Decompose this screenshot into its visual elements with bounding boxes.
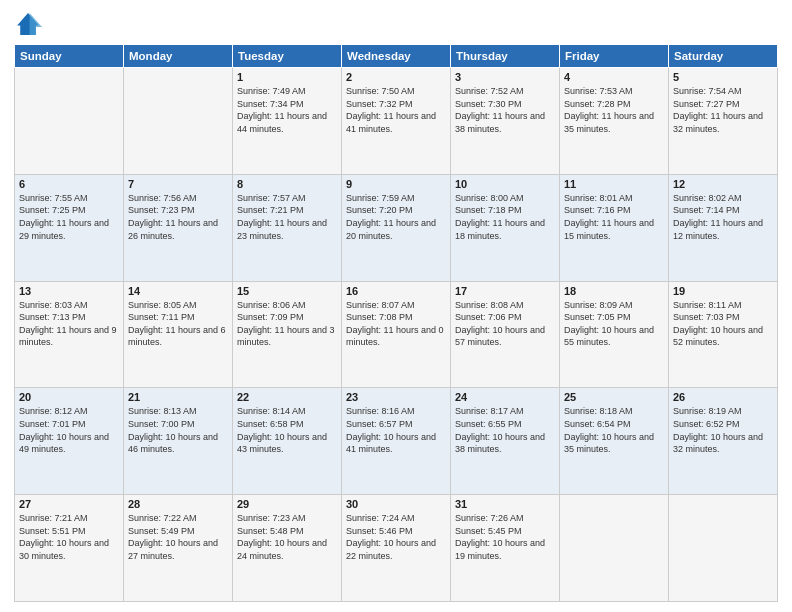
day-info: Sunrise: 7:23 AM Sunset: 5:48 PM Dayligh… (237, 512, 337, 562)
calendar-cell: 20Sunrise: 8:12 AM Sunset: 7:01 PM Dayli… (15, 388, 124, 495)
day-number: 24 (455, 391, 555, 403)
logo-icon (14, 10, 42, 38)
day-info: Sunrise: 8:08 AM Sunset: 7:06 PM Dayligh… (455, 299, 555, 349)
weekday-header-row: SundayMondayTuesdayWednesdayThursdayFrid… (15, 45, 778, 68)
day-info: Sunrise: 8:00 AM Sunset: 7:18 PM Dayligh… (455, 192, 555, 242)
day-number: 16 (346, 285, 446, 297)
day-number: 13 (19, 285, 119, 297)
svg-marker-1 (30, 13, 42, 35)
day-number: 21 (128, 391, 228, 403)
calendar-cell: 15Sunrise: 8:06 AM Sunset: 7:09 PM Dayli… (233, 281, 342, 388)
day-number: 5 (673, 71, 773, 83)
calendar-cell (669, 495, 778, 602)
day-info: Sunrise: 8:16 AM Sunset: 6:57 PM Dayligh… (346, 405, 446, 455)
calendar-cell: 14Sunrise: 8:05 AM Sunset: 7:11 PM Dayli… (124, 281, 233, 388)
day-info: Sunrise: 8:19 AM Sunset: 6:52 PM Dayligh… (673, 405, 773, 455)
calendar-cell: 7Sunrise: 7:56 AM Sunset: 7:23 PM Daylig… (124, 174, 233, 281)
calendar-cell: 12Sunrise: 8:02 AM Sunset: 7:14 PM Dayli… (669, 174, 778, 281)
day-number: 17 (455, 285, 555, 297)
weekday-header: Tuesday (233, 45, 342, 68)
weekday-header: Sunday (15, 45, 124, 68)
day-info: Sunrise: 7:24 AM Sunset: 5:46 PM Dayligh… (346, 512, 446, 562)
day-number: 9 (346, 178, 446, 190)
weekday-header: Monday (124, 45, 233, 68)
calendar-cell: 21Sunrise: 8:13 AM Sunset: 7:00 PM Dayli… (124, 388, 233, 495)
day-number: 14 (128, 285, 228, 297)
day-number: 11 (564, 178, 664, 190)
day-info: Sunrise: 8:18 AM Sunset: 6:54 PM Dayligh… (564, 405, 664, 455)
day-info: Sunrise: 8:14 AM Sunset: 6:58 PM Dayligh… (237, 405, 337, 455)
calendar-cell: 18Sunrise: 8:09 AM Sunset: 7:05 PM Dayli… (560, 281, 669, 388)
day-info: Sunrise: 8:05 AM Sunset: 7:11 PM Dayligh… (128, 299, 228, 349)
page: SundayMondayTuesdayWednesdayThursdayFrid… (0, 0, 792, 612)
weekday-header: Friday (560, 45, 669, 68)
calendar-cell: 8Sunrise: 7:57 AM Sunset: 7:21 PM Daylig… (233, 174, 342, 281)
day-info: Sunrise: 8:12 AM Sunset: 7:01 PM Dayligh… (19, 405, 119, 455)
day-info: Sunrise: 8:17 AM Sunset: 6:55 PM Dayligh… (455, 405, 555, 455)
calendar-cell: 2Sunrise: 7:50 AM Sunset: 7:32 PM Daylig… (342, 68, 451, 175)
calendar-week-row: 20Sunrise: 8:12 AM Sunset: 7:01 PM Dayli… (15, 388, 778, 495)
calendar-cell: 1Sunrise: 7:49 AM Sunset: 7:34 PM Daylig… (233, 68, 342, 175)
weekday-header: Saturday (669, 45, 778, 68)
weekday-header: Thursday (451, 45, 560, 68)
calendar-cell: 3Sunrise: 7:52 AM Sunset: 7:30 PM Daylig… (451, 68, 560, 175)
day-info: Sunrise: 8:11 AM Sunset: 7:03 PM Dayligh… (673, 299, 773, 349)
calendar-table: SundayMondayTuesdayWednesdayThursdayFrid… (14, 44, 778, 602)
day-info: Sunrise: 7:52 AM Sunset: 7:30 PM Dayligh… (455, 85, 555, 135)
weekday-header: Wednesday (342, 45, 451, 68)
calendar-cell: 27Sunrise: 7:21 AM Sunset: 5:51 PM Dayli… (15, 495, 124, 602)
day-number: 2 (346, 71, 446, 83)
day-number: 4 (564, 71, 664, 83)
day-number: 10 (455, 178, 555, 190)
day-info: Sunrise: 7:54 AM Sunset: 7:27 PM Dayligh… (673, 85, 773, 135)
calendar-cell: 4Sunrise: 7:53 AM Sunset: 7:28 PM Daylig… (560, 68, 669, 175)
day-info: Sunrise: 8:07 AM Sunset: 7:08 PM Dayligh… (346, 299, 446, 349)
calendar-cell: 22Sunrise: 8:14 AM Sunset: 6:58 PM Dayli… (233, 388, 342, 495)
calendar-cell: 16Sunrise: 8:07 AM Sunset: 7:08 PM Dayli… (342, 281, 451, 388)
day-info: Sunrise: 7:26 AM Sunset: 5:45 PM Dayligh… (455, 512, 555, 562)
day-number: 12 (673, 178, 773, 190)
calendar-cell: 23Sunrise: 8:16 AM Sunset: 6:57 PM Dayli… (342, 388, 451, 495)
calendar-cell: 30Sunrise: 7:24 AM Sunset: 5:46 PM Dayli… (342, 495, 451, 602)
day-number: 6 (19, 178, 119, 190)
day-number: 25 (564, 391, 664, 403)
day-info: Sunrise: 7:57 AM Sunset: 7:21 PM Dayligh… (237, 192, 337, 242)
day-info: Sunrise: 7:22 AM Sunset: 5:49 PM Dayligh… (128, 512, 228, 562)
logo (14, 10, 46, 38)
day-number: 3 (455, 71, 555, 83)
day-info: Sunrise: 7:21 AM Sunset: 5:51 PM Dayligh… (19, 512, 119, 562)
calendar-cell: 11Sunrise: 8:01 AM Sunset: 7:16 PM Dayli… (560, 174, 669, 281)
day-info: Sunrise: 7:50 AM Sunset: 7:32 PM Dayligh… (346, 85, 446, 135)
day-number: 26 (673, 391, 773, 403)
calendar-cell: 19Sunrise: 8:11 AM Sunset: 7:03 PM Dayli… (669, 281, 778, 388)
calendar-cell: 10Sunrise: 8:00 AM Sunset: 7:18 PM Dayli… (451, 174, 560, 281)
calendar-week-row: 1Sunrise: 7:49 AM Sunset: 7:34 PM Daylig… (15, 68, 778, 175)
calendar-cell (124, 68, 233, 175)
day-info: Sunrise: 7:59 AM Sunset: 7:20 PM Dayligh… (346, 192, 446, 242)
day-number: 22 (237, 391, 337, 403)
day-number: 23 (346, 391, 446, 403)
calendar-cell: 13Sunrise: 8:03 AM Sunset: 7:13 PM Dayli… (15, 281, 124, 388)
day-info: Sunrise: 8:06 AM Sunset: 7:09 PM Dayligh… (237, 299, 337, 349)
day-number: 31 (455, 498, 555, 510)
calendar-cell: 25Sunrise: 8:18 AM Sunset: 6:54 PM Dayli… (560, 388, 669, 495)
day-number: 8 (237, 178, 337, 190)
calendar-cell: 5Sunrise: 7:54 AM Sunset: 7:27 PM Daylig… (669, 68, 778, 175)
day-info: Sunrise: 7:53 AM Sunset: 7:28 PM Dayligh… (564, 85, 664, 135)
calendar-cell: 6Sunrise: 7:55 AM Sunset: 7:25 PM Daylig… (15, 174, 124, 281)
calendar-cell: 28Sunrise: 7:22 AM Sunset: 5:49 PM Dayli… (124, 495, 233, 602)
day-info: Sunrise: 7:56 AM Sunset: 7:23 PM Dayligh… (128, 192, 228, 242)
day-number: 7 (128, 178, 228, 190)
calendar-week-row: 13Sunrise: 8:03 AM Sunset: 7:13 PM Dayli… (15, 281, 778, 388)
calendar-cell (15, 68, 124, 175)
day-number: 20 (19, 391, 119, 403)
day-number: 29 (237, 498, 337, 510)
day-info: Sunrise: 7:49 AM Sunset: 7:34 PM Dayligh… (237, 85, 337, 135)
day-number: 18 (564, 285, 664, 297)
calendar-cell: 26Sunrise: 8:19 AM Sunset: 6:52 PM Dayli… (669, 388, 778, 495)
day-info: Sunrise: 8:02 AM Sunset: 7:14 PM Dayligh… (673, 192, 773, 242)
day-info: Sunrise: 8:13 AM Sunset: 7:00 PM Dayligh… (128, 405, 228, 455)
day-number: 30 (346, 498, 446, 510)
calendar-cell: 9Sunrise: 7:59 AM Sunset: 7:20 PM Daylig… (342, 174, 451, 281)
calendar-cell (560, 495, 669, 602)
